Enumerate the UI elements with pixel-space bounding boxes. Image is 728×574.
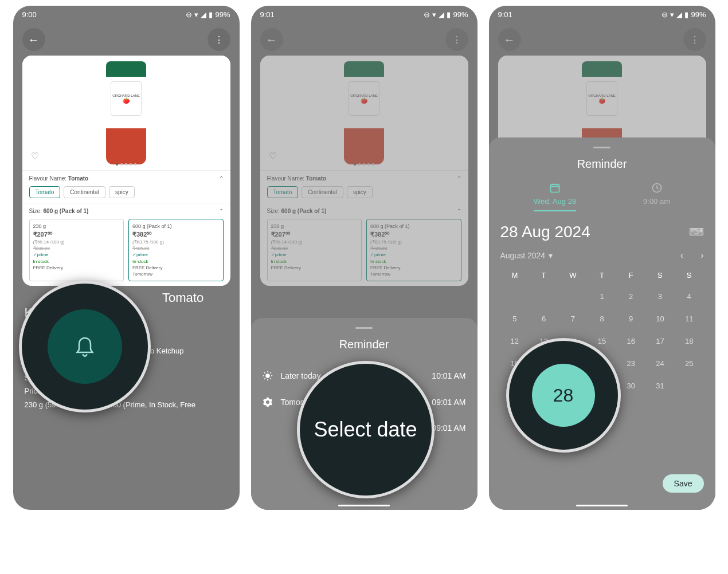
cal-day[interactable]: 25 bbox=[675, 355, 704, 372]
cal-day[interactable]: 31 bbox=[645, 377, 675, 395]
back-button[interactable]: ← bbox=[260, 28, 283, 51]
cal-day[interactable]: 9 bbox=[616, 310, 645, 328]
sheet-handle[interactable] bbox=[593, 147, 610, 148]
flavor-chip-spicy[interactable]: spicy bbox=[109, 186, 135, 198]
sheet-title: Reminder bbox=[263, 338, 466, 351]
cal-day[interactable]: 6 bbox=[529, 310, 558, 328]
cal-day[interactable] bbox=[500, 288, 530, 305]
size-delivery: FREE Delivery bbox=[33, 265, 120, 271]
more-button[interactable]: ⋮ bbox=[445, 28, 468, 51]
nav-handle[interactable] bbox=[338, 505, 390, 506]
dnd-icon: ⊖ bbox=[186, 10, 192, 19]
sheet-title: Reminder bbox=[500, 158, 704, 171]
back-button[interactable]: ← bbox=[22, 28, 45, 51]
sheet-handle[interactable] bbox=[355, 327, 373, 329]
status-bar: 9:01 ⊖ ▾ ◢ ▮ 99% bbox=[489, 6, 715, 23]
keyboard-icon[interactable]: ⌨ bbox=[689, 226, 704, 238]
size-delivery-when: Tomorrow bbox=[132, 271, 220, 277]
tab-date-label: Wed, Aug 28 bbox=[534, 197, 576, 206]
brightness-icon bbox=[263, 371, 273, 381]
product-card-dimmed: ORCHARD LANE🍅 ♡ Flavour Name: Tomato⌃ To… bbox=[260, 56, 468, 286]
zoom-select-date: Select date bbox=[297, 361, 435, 498]
select-date-option[interactable]: Select date bbox=[314, 418, 417, 442]
cal-day[interactable] bbox=[558, 288, 588, 305]
selected-day-28[interactable]: 28 bbox=[532, 364, 595, 427]
cal-day[interactable]: 24 bbox=[645, 355, 675, 372]
zoom-selected-day: 28 bbox=[506, 338, 621, 453]
month-dropdown[interactable]: August 2024 ▾ bbox=[500, 251, 553, 260]
cal-day[interactable]: 11 bbox=[675, 310, 704, 328]
cal-day[interactable]: 4 bbox=[675, 288, 704, 305]
date-picker-sheet: Reminder Wed, Aug 28 9:00 am 28 Aug 2024… bbox=[489, 137, 715, 510]
cal-header: F bbox=[616, 268, 645, 283]
cal-day[interactable]: 17 bbox=[645, 332, 675, 350]
svg-point-0 bbox=[265, 374, 270, 378]
size-option-600g[interactable]: 600 g (Pack of 1) ₹382⁵⁰ (₹63.75 /100 g)… bbox=[128, 219, 224, 281]
more-button[interactable]: ⋮ bbox=[683, 28, 706, 51]
prev-month-button[interactable]: ‹ bbox=[680, 250, 683, 261]
status-right: ⊖ ▾ ◢ ▮ 99% bbox=[424, 10, 468, 19]
size-mrp: ₹230.00 bbox=[33, 245, 120, 251]
cal-day[interactable]: 3 bbox=[645, 288, 675, 305]
cal-day[interactable]: 18 bbox=[675, 332, 704, 350]
cal-day[interactable]: 7 bbox=[558, 310, 588, 328]
battery-percent: 99% bbox=[215, 10, 230, 19]
reminder-bell-button[interactable] bbox=[48, 309, 122, 384]
cal-header: S bbox=[645, 268, 675, 283]
cal-day[interactable]: 8 bbox=[588, 310, 617, 328]
option-time: 10:01 AM bbox=[432, 371, 465, 380]
chevron-up-icon[interactable]: ⌃ bbox=[219, 175, 224, 182]
bottle-label: ORCHARD LANE 🍅 bbox=[111, 81, 142, 116]
save-button[interactable]: Save bbox=[663, 474, 704, 493]
chevron-up-icon[interactable]: ⌃ bbox=[219, 208, 224, 214]
tab-date[interactable]: Wed, Aug 28 bbox=[534, 182, 576, 211]
calendar-icon bbox=[549, 182, 561, 194]
cal-day[interactable]: 5 bbox=[500, 310, 530, 328]
phone-screen-2: 9:01 ⊖ ▾ ◢ ▮ 99% ← ⋮ ORCHARD LANE🍅 ♡ Fla… bbox=[251, 6, 477, 510]
next-month-button[interactable]: › bbox=[700, 250, 703, 261]
size-stock: In stock bbox=[33, 258, 120, 265]
wifi-icon: ▾ bbox=[194, 10, 198, 19]
cal-day[interactable]: 30 bbox=[616, 377, 645, 395]
more-button[interactable]: ⋮ bbox=[208, 28, 230, 51]
gear-icon bbox=[263, 397, 273, 407]
product-image-area[interactable]: ORCHARD LANE 🍅 ♡ bbox=[22, 56, 230, 170]
size-stock: In stock bbox=[132, 258, 220, 265]
cal-day[interactable]: 2 bbox=[616, 288, 645, 305]
option-time: 09:01 AM bbox=[432, 398, 465, 407]
cal-day[interactable] bbox=[529, 288, 558, 305]
status-right: ⊖ ▾ ◢ ▮ 99% bbox=[186, 10, 230, 19]
cal-header: S bbox=[675, 268, 704, 283]
size-label: Size: bbox=[29, 208, 42, 214]
cal-day[interactable]: 12 bbox=[500, 332, 530, 350]
tab-time-label: 9:00 am bbox=[643, 197, 670, 206]
cal-header: M bbox=[500, 268, 530, 283]
flavor-label: Flavour Name: bbox=[29, 175, 67, 182]
top-bar: ← ⋮ bbox=[13, 23, 240, 56]
cal-day[interactable]: 10 bbox=[645, 310, 675, 328]
favorite-icon[interactable]: ♡ bbox=[31, 151, 39, 162]
cal-day[interactable]: 1 bbox=[588, 288, 617, 305]
cal-day[interactable]: 23 bbox=[616, 355, 645, 372]
size-selected: 600 g (Pack of 1) bbox=[44, 208, 89, 214]
flavor-chip-tomato[interactable]: Tomato bbox=[29, 186, 61, 198]
selected-day-text: 28 bbox=[553, 385, 574, 406]
nav-handle[interactable] bbox=[576, 505, 628, 506]
option-label: Later today bbox=[281, 371, 321, 380]
battery-icon: ▮ bbox=[684, 10, 688, 19]
size-price: ₹207⁰⁰ bbox=[33, 230, 120, 239]
tab-time[interactable]: 9:00 am bbox=[643, 182, 670, 211]
size-mrp: ₹425.00 bbox=[132, 245, 220, 251]
clock-icon bbox=[651, 182, 663, 194]
cal-header: W bbox=[558, 268, 588, 283]
dnd-icon: ⊖ bbox=[662, 10, 668, 19]
flavor-section: Flavour Name: Tomato ⌃ Tomato Continenta… bbox=[22, 170, 230, 203]
flavor-chip-continental[interactable]: Continental bbox=[64, 186, 105, 198]
cal-header: T bbox=[529, 268, 558, 283]
size-prime: ✓prime bbox=[33, 251, 120, 258]
cal-day[interactable] bbox=[675, 377, 704, 395]
size-delivery: FREE Delivery bbox=[132, 265, 220, 271]
back-button[interactable]: ← bbox=[498, 28, 521, 51]
cal-day[interactable]: 16 bbox=[616, 332, 645, 350]
size-option-230g[interactable]: 230 g ₹207⁰⁰ (₹59.14 /100 g) ₹230.00 ✓pr… bbox=[29, 219, 124, 281]
